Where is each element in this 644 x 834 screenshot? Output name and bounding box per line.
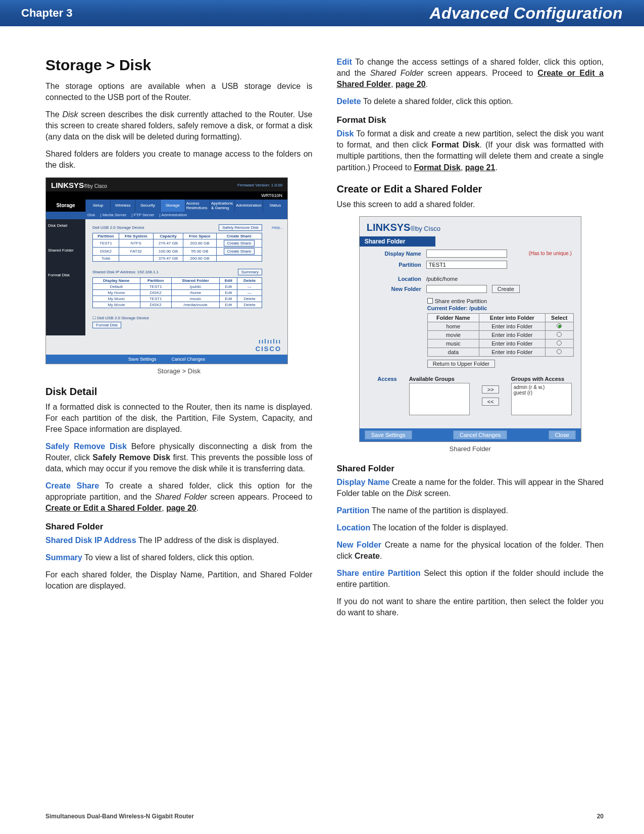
link-create-edit-shared-folder[interactable]: Create or Edit a Shared Folder (45, 504, 162, 512)
tab-admin[interactable]: Administration (234, 200, 263, 212)
para: Share entire Partition Select this optio… (337, 568, 604, 590)
cancel-changes-button[interactable]: Cancel Changes (172, 357, 206, 362)
right-column: Edit To change the access settings of a … (337, 57, 604, 624)
chapter-header: Chapter 3 Advanced Configuration (0, 0, 644, 26)
sub-tabs: Disk| Media Server| FTP Server| Administ… (46, 212, 287, 219)
save-settings-button[interactable]: Save Settings (128, 357, 157, 362)
partition-input[interactable] (426, 261, 507, 269)
tab-storage[interactable]: Storage (160, 200, 185, 212)
create-share-button[interactable]: Create Share (224, 240, 255, 247)
edit-link[interactable]: Edit (220, 296, 237, 302)
delete-link[interactable]: Delete (237, 296, 262, 302)
subtab-media[interactable]: Media Server (103, 213, 127, 217)
para: Edit To change the access settings of a … (337, 57, 604, 90)
share-entire-partition-checkbox[interactable] (427, 298, 433, 304)
return-upper-folder-button[interactable]: Return to Upper Folder (427, 360, 496, 368)
available-groups-list[interactable] (409, 383, 470, 415)
remove-group-button[interactable]: << (482, 398, 499, 406)
tab-setup[interactable]: Setup (85, 200, 110, 212)
label-display-name: Display Name (371, 251, 421, 257)
subtab-ftp[interactable]: FTP Server (134, 213, 155, 217)
link-page-20[interactable]: page 20 (395, 80, 426, 88)
link-format-disk[interactable]: Format Disk (414, 163, 460, 172)
panel-header: Shared Folder (360, 236, 435, 247)
create-share-button[interactable]: Create Share (224, 248, 255, 255)
para: Shared folders are folders you create to… (45, 149, 313, 171)
select-radio[interactable] (557, 323, 562, 328)
term-location: Location (337, 523, 371, 532)
label-partition: Partition (371, 262, 421, 268)
para: Safely Remove Disk Before physically dis… (45, 441, 313, 474)
heading-shared-folder: Shared Folder (45, 522, 313, 532)
heading-disk-detail: Disk Detail (45, 386, 313, 398)
model-label: WRT610N (46, 191, 287, 200)
table-row: dataEnter into Folder (427, 348, 573, 356)
tab-access-restrictions[interactable]: Access Restrictions (185, 200, 210, 212)
edit-link[interactable]: Edit (220, 302, 237, 308)
location-value: /public/home (426, 276, 458, 282)
help-link[interactable]: Help... (272, 225, 283, 230)
current-folder-value: /public (469, 305, 487, 311)
delete-link[interactable]: Delete (237, 302, 262, 308)
term-disk: Disk (337, 129, 354, 138)
side-disk-detail: Disk Detail (48, 223, 85, 228)
tab-status[interactable]: Status (263, 200, 287, 212)
table-row: Total 379.47 GB 260.60 GB (93, 255, 262, 261)
close-button[interactable]: Close (549, 430, 576, 439)
edit-link[interactable]: Edit (220, 289, 237, 296)
heading-create-edit-shared-folder: Create or Edit a Shared Folder (337, 183, 604, 195)
chapter-label: Chapter 3 (21, 7, 72, 20)
side-menu: Disk Detail Shared Folder Format Disk (46, 219, 85, 335)
edit-link[interactable]: Edit (220, 283, 237, 289)
subtab-admin[interactable]: Administration (161, 213, 187, 217)
shared-disk-ip: Shared Disk IP Address: 192.168.1.1 (92, 270, 159, 274)
subtab-disk[interactable]: Disk (87, 213, 95, 217)
new-folder-input[interactable] (426, 285, 487, 293)
table-row: My MusicTEST1/musicEditDelete (93, 296, 262, 302)
term-create-share: Create Share (45, 481, 99, 490)
enter-folder-link[interactable]: Enter into Folder (479, 339, 545, 348)
safely-remove-disk-button[interactable]: Safely Remove Disk (219, 224, 262, 231)
select-radio[interactable] (557, 340, 562, 346)
format-disk-button[interactable]: Format Disk (92, 322, 121, 328)
save-settings-button[interactable]: Save Settings (365, 430, 412, 439)
para: Location The location of the folder is d… (337, 522, 604, 533)
label-access: Access (371, 376, 397, 415)
enter-folder-link[interactable]: Enter into Folder (479, 348, 545, 356)
label-available-groups: Available Groups (409, 376, 470, 382)
label-share-entire-partition: Share entire Partition (435, 298, 487, 304)
enter-folder-link[interactable]: Enter into Folder (479, 322, 545, 330)
side-shared-folder: Shared Folder (48, 248, 85, 253)
term-partition: Partition (337, 506, 370, 515)
shared-folder-table: Display Name Partition Shared Folder Edi… (92, 277, 262, 308)
screenshot-storage-disk: LINKSYS®by Cisco Firmware Version: 1.0.0… (45, 177, 288, 364)
label-new-folder: New Folder (371, 286, 421, 292)
tab-security[interactable]: Security (135, 200, 160, 212)
para: For each shared folder, the Display Name… (45, 569, 313, 592)
enter-folder-link[interactable]: Enter into Folder (479, 330, 545, 339)
tab-wireless[interactable]: Wireless (110, 200, 135, 212)
linksys-logo: LINKSYS®by Cisco (51, 181, 107, 189)
label-location: Location (371, 276, 421, 282)
cancel-changes-button[interactable]: Cancel Changes (453, 430, 507, 439)
create-button[interactable]: Create (492, 285, 520, 293)
firmware-label: Firmware Version: 1.0.00 (237, 183, 282, 187)
term-edit: Edit (337, 58, 352, 66)
main-tabs: Storage Setup Wireless Security Storage … (46, 200, 287, 212)
label-current-folder: Current Folder: (427, 305, 469, 311)
link-page-21[interactable]: page 21 (465, 163, 496, 172)
add-group-button[interactable]: >> (482, 385, 499, 394)
figure-caption: Storage > Disk (45, 367, 313, 375)
groups-with-access-list[interactable]: admin (r & w.) guest (r) (511, 383, 572, 415)
table-row: TEST1 NTFS 279.47 GB 203.60 GB Create Sh… (93, 239, 262, 247)
figure-caption: Shared Folder (337, 445, 604, 453)
select-radio[interactable] (557, 349, 562, 354)
display-name-input[interactable] (426, 250, 507, 258)
table-row: musicEnter into Folder (427, 339, 573, 348)
table-row: movieEnter into Folder (427, 330, 573, 339)
select-radio[interactable] (557, 332, 562, 337)
summary-button[interactable]: Summary (238, 269, 262, 275)
link-page-20[interactable]: page 20 (166, 504, 196, 512)
table-row: DefaultTEST1/publicEdit— (93, 283, 262, 289)
tab-apps-gaming[interactable]: Applications & Gaming (210, 200, 234, 212)
